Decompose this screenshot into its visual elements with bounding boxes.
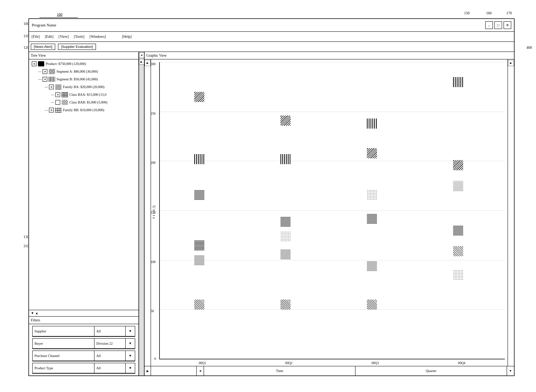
label-segB: Segment B: $50,000 (45,000) (56, 77, 98, 81)
tree-item-famBB[interactable]: — Family BB: $10,000 (10,000) (45, 107, 136, 113)
minimize-button[interactable]: _ (485, 21, 493, 29)
data-q4-105 (453, 246, 463, 256)
data-q1-110 (194, 240, 204, 250)
tree-item-segA[interactable]: — Segment A: $80,000 (36,000) (38, 69, 136, 74)
filter-product-type-dropdown[interactable]: ▼ (126, 363, 135, 373)
filter-supplier-row: Supplier All ▼ (33, 326, 135, 336)
menu-windows[interactable]: [Windows] (89, 34, 107, 39)
app-window: Program Name _ □ ✕ [File] [Edit] [View] … (28, 18, 515, 376)
splitter-up[interactable]: ◄ (139, 52, 144, 58)
minimize-icon: _ (488, 22, 490, 28)
y-tick-200: 200 (151, 161, 156, 165)
tree-line-clsBAB: — (51, 100, 55, 104)
splitter: ◄ ▶ (139, 52, 144, 375)
data-q3-135 (367, 214, 377, 224)
filter-purchase-channel-dropdown[interactable]: ▼ (126, 351, 135, 361)
x-tick-q4: 00Q4 (458, 361, 465, 365)
checkbox-clsBAA[interactable] (55, 92, 60, 97)
ref-160: 160 (486, 11, 492, 15)
filter-product-type-value: All (94, 363, 126, 373)
close-icon: ✕ (506, 23, 509, 27)
filter-supplier-dropdown[interactable]: ▼ (126, 326, 135, 336)
icon-clsBAB (62, 100, 68, 105)
tree-item-clsBAA[interactable]: — Class BAA: $15,000 (15,0 (51, 92, 136, 97)
menu-file[interactable]: [File] (31, 34, 40, 39)
scroll-down-button[interactable]: ▼ (31, 311, 34, 315)
checkbox-segB[interactable] (42, 77, 47, 82)
ref-170: 170 (506, 11, 512, 15)
y-tick-100: 100 (151, 260, 156, 264)
splitter-down[interactable]: ▶ (139, 59, 144, 65)
y-line-150 (160, 210, 505, 211)
filters-section: Filters Supplier All ▼ Buyer (29, 317, 139, 375)
filter-supplier-value: All (94, 326, 126, 336)
tree-item-famBA[interactable]: — Family BA: $20,000 (20,000) (45, 84, 136, 89)
menu-bar: [File] [Edit] [View] [Tools] [Windows] [… (29, 32, 514, 42)
filter-product-type-row: Product Type All ▼ (33, 363, 135, 373)
ref-110: 110 (23, 34, 29, 38)
tree-line-clsBAA: — (51, 93, 55, 97)
scroll-up-button[interactable]: ▲ (35, 311, 38, 315)
filter-buyer-dropdown[interactable]: ▼ (126, 339, 135, 348)
filter-supplier-label: Supplier (33, 326, 94, 336)
y-tick-300: 300 (151, 62, 156, 66)
close-button[interactable]: ✕ (503, 21, 511, 29)
checkbox-famBA[interactable] (49, 84, 54, 89)
bottom-scroll-left[interactable]: ▶ (144, 366, 151, 375)
x-tick-q2: 00Q2 (285, 361, 293, 365)
icon-famBB (55, 107, 61, 113)
filters-header: Filters (29, 317, 139, 324)
data-q3-235 (367, 118, 377, 129)
right-panel: Graphic View ▶ Units (144, 52, 514, 375)
title-controls: _ □ ✕ (485, 21, 511, 29)
checkbox-product[interactable] (32, 61, 37, 66)
y-scroll-up[interactable]: ▶ (144, 60, 151, 66)
toolbar: [News Alert] [Supplier Evaluation] (29, 42, 514, 52)
y-tick-150: 150 (151, 210, 156, 215)
right-scroll-up[interactable]: ▶ (508, 60, 514, 66)
y-tick-0: 0 (154, 357, 156, 361)
label-clsBAA: Class BAA: $15,000 (15,0 (69, 93, 106, 97)
tree-item-clsBAB[interactable]: — Class BAB: $5,000 (5,000) (51, 100, 136, 105)
filter-purchase-channel-label: Purchase Channel (33, 351, 94, 361)
y-tick-250: 250 (151, 112, 156, 116)
supplier-eval-button[interactable]: [Supplier Evaluation] (58, 44, 96, 50)
menu-edit[interactable]: [Edit] (44, 34, 54, 39)
filter-purchase-channel-row: Purchase Channel All ▼ (33, 351, 135, 361)
checkbox-famBB[interactable] (49, 108, 54, 112)
time-left-arrow[interactable]: ◄ (197, 366, 204, 375)
tree-view[interactable]: Product: $750,000 (120,000) — Segment A:… (29, 59, 139, 310)
icon-famBA (55, 84, 61, 89)
tree-item-product[interactable]: Product: $750,000 (120,000) (32, 61, 136, 66)
label-clsBAB: Class BAB: $5,000 (5,000) (69, 100, 107, 104)
tree-line-famBB: — (45, 108, 48, 112)
checkbox-segA[interactable] (42, 69, 47, 74)
menu-tools[interactable]: [Tools] (73, 34, 85, 39)
data-q2-135 (280, 216, 291, 227)
checkbox-clsBAB[interactable] (55, 100, 60, 105)
title-bar: Program Name _ □ ✕ (29, 19, 514, 32)
filter-buyer-value: Division 22 (94, 339, 126, 348)
tree-item-segB[interactable]: — Segment B: $50,000 (45,000) (38, 77, 136, 82)
data-q4-280 (453, 77, 463, 87)
y-line-300 (160, 62, 505, 62)
menu-view[interactable]: [View] (58, 34, 69, 39)
tree-line-segB: — (38, 77, 42, 81)
maximize-button[interactable]: □ (494, 21, 502, 29)
data-q2-200 (280, 154, 291, 164)
y-line-250 (160, 112, 505, 112)
data-q1-260 (194, 92, 204, 102)
left-panel: Tree View Product: $750,000 (120,000) — … (29, 52, 139, 375)
app-title: Program Name (32, 23, 56, 28)
filter-buyer-row: Buyer Division 22 ▼ (33, 339, 135, 349)
filter-buyer: Buyer Division 22 ▼ (32, 338, 135, 349)
news-alert-button[interactable]: [News Alert] (31, 44, 55, 50)
ref-150: 150 (464, 11, 470, 15)
menu-help[interactable]: [Help] (121, 34, 132, 39)
chart-bottom-bar: ▶ ◄ Time Quarter ▼ (144, 366, 514, 375)
x-axis: 00Q1 00Q2 00Q3 00Q4 (159, 360, 505, 366)
quarter-dropdown[interactable]: ▼ (507, 366, 514, 375)
right-scroll: ▶ (508, 59, 514, 366)
tree-view-header: Tree View (29, 52, 139, 59)
x-tick-q1: 00Q1 (199, 361, 206, 365)
